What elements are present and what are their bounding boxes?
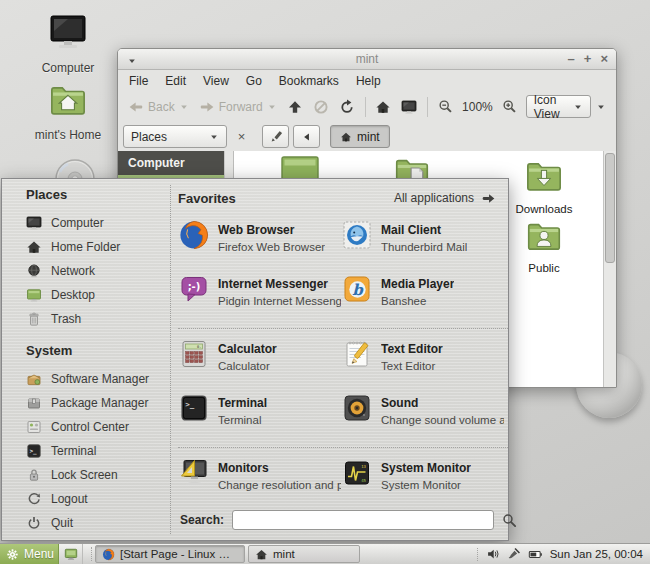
- menu-help[interactable]: Help: [356, 74, 381, 88]
- desktop-icon-computer[interactable]: Computer: [26, 13, 110, 75]
- favorites-group-separator: [178, 328, 508, 329]
- downloads-folder-icon: [525, 158, 563, 196]
- taskbar: Menu [Start Page - Linux Mi... mint Sun …: [0, 543, 650, 564]
- zoom-out-icon: [438, 99, 453, 114]
- file-icon-public[interactable]: Public: [506, 219, 582, 274]
- edit-location-button[interactable]: [262, 125, 289, 148]
- computer-button[interactable]: [396, 95, 422, 119]
- scrollbar-thumb[interactable]: [605, 153, 615, 263]
- view-mode-select[interactable]: Icon View: [526, 95, 591, 118]
- menu-item[interactable]: >_ Terminal: [26, 439, 169, 463]
- favorite-item[interactable]: ;-) Internet Messenger Pidgin Internet M…: [178, 273, 341, 319]
- menu-item[interactable]: Package Manager: [26, 391, 169, 415]
- tasklist-handle[interactable]: [85, 547, 92, 561]
- path-button-mint[interactable]: mint: [330, 125, 390, 148]
- favorite-item-icon: ;-): [178, 273, 210, 305]
- menu-item[interactable]: Logout: [26, 487, 169, 511]
- menu-go[interactable]: Go: [246, 74, 262, 88]
- favorite-item[interactable]: Mail Client Thunderbird Mail: [341, 219, 504, 265]
- menu-column-separator: [170, 185, 171, 534]
- path-scroll-left-button[interactable]: [293, 125, 320, 148]
- sidebar-close-button[interactable]: ×: [231, 126, 252, 147]
- menu-button[interactable]: Menu: [0, 544, 59, 564]
- favorite-item[interactable]: b Media Player Banshee: [341, 273, 504, 319]
- svg-text:>_: >_: [185, 400, 195, 409]
- menu-item[interactable]: Network: [26, 259, 169, 283]
- menu-item[interactable]: Trash: [26, 307, 169, 331]
- task-button[interactable]: mint: [248, 545, 360, 563]
- brush-icon[interactable]: [507, 547, 521, 561]
- favorite-item[interactable]: Monitors Change resolution and p...: [178, 457, 341, 503]
- search-icon[interactable]: [502, 513, 517, 528]
- maximize-button[interactable]: +: [584, 51, 592, 67]
- menu-bookmarks[interactable]: Bookmarks: [279, 74, 339, 88]
- zoom-in-icon: [502, 99, 517, 114]
- favorite-item-subtitle: Pidgin Internet Messenger: [218, 295, 341, 307]
- menu-item[interactable]: Quit: [26, 511, 169, 535]
- favorite-item-subtitle: Change sound volume an...: [381, 414, 504, 426]
- task-button[interactable]: [Start Page - Linux Mi...: [95, 545, 245, 563]
- sidebar-mode-select[interactable]: Places: [123, 125, 227, 148]
- volume-icon[interactable]: [486, 547, 500, 561]
- menu-view[interactable]: View: [203, 74, 229, 88]
- close-button[interactable]: ×: [600, 51, 608, 67]
- favorite-item-title: Web Browser: [218, 223, 325, 237]
- toolbar-overflow-button[interactable]: [591, 95, 611, 119]
- menu-item[interactable]: Home Folder: [26, 235, 169, 259]
- file-icon-downloads[interactable]: Downloads: [504, 158, 584, 215]
- mint-menu: Places Computer Home Folder Network Desk…: [1, 178, 509, 541]
- menu-edit[interactable]: Edit: [165, 74, 186, 88]
- stop-button[interactable]: [308, 95, 334, 119]
- menu-item-label: Computer: [51, 216, 104, 230]
- zoom-in-button[interactable]: [497, 95, 522, 119]
- favorite-item-title: Calculator: [218, 342, 277, 356]
- search-input[interactable]: [232, 510, 494, 530]
- menu-item[interactable]: Desktop: [26, 283, 169, 307]
- favorite-item[interactable]: Web Browser Firefox Web Browser: [178, 219, 341, 265]
- menu-item-label: Home Folder: [51, 240, 120, 254]
- favorite-item[interactable]: Text Editor Text Editor: [341, 338, 504, 384]
- arrow-right-icon: [481, 191, 496, 206]
- svg-text:b: b: [352, 281, 364, 299]
- desktop-icon-mints-home[interactable]: mint's Home: [26, 82, 110, 142]
- home-folder-icon: [49, 82, 87, 120]
- system-section-title: System: [26, 343, 169, 361]
- battery-icon[interactable]: [528, 547, 543, 562]
- show-desktop-button[interactable]: [59, 544, 83, 564]
- favorite-item-subtitle: Text Editor: [381, 360, 443, 372]
- menu-item-icon: >_: [26, 443, 42, 459]
- favorite-item[interactable]: 1345 System Monitor System Monitor: [341, 457, 504, 503]
- content-scrollbar[interactable]: [603, 151, 616, 387]
- clock[interactable]: Sun Jan 25, 00:04: [550, 548, 643, 560]
- menu-item-label: Terminal: [51, 444, 96, 458]
- menu-file[interactable]: File: [129, 74, 148, 88]
- all-applications-button[interactable]: All applications: [394, 191, 500, 206]
- public-folder-icon: [526, 219, 562, 255]
- favorite-item-icon: 0.: [178, 338, 210, 370]
- menu-item[interactable]: Computer: [26, 211, 169, 235]
- favorite-item[interactable]: Sound Change sound volume an...: [341, 392, 504, 438]
- minimize-button[interactable]: –: [568, 51, 575, 67]
- menu-item-label: Control Center: [51, 420, 129, 434]
- favorite-item[interactable]: 0. Calculator Calculator: [178, 338, 341, 384]
- favorite-item-icon: [341, 392, 373, 424]
- up-button[interactable]: [282, 95, 308, 119]
- favorite-item-title: Text Editor: [381, 342, 443, 356]
- menu-item[interactable]: Lock Screen: [26, 463, 169, 487]
- reload-button[interactable]: [334, 95, 360, 119]
- zoom-out-button[interactable]: [433, 95, 458, 119]
- svg-text:13: 13: [361, 464, 366, 469]
- favorite-item[interactable]: >_ Terminal Terminal: [178, 392, 341, 438]
- pencil-icon: [269, 130, 283, 144]
- menu-item-icon: [26, 215, 42, 231]
- menu-item[interactable]: Software Manager: [26, 367, 169, 391]
- task-icon: [102, 548, 115, 561]
- menu-item[interactable]: Control Center: [26, 415, 169, 439]
- menu-item-icon: [26, 395, 42, 411]
- back-button[interactable]: Back: [123, 95, 194, 119]
- sidebar-item-computer[interactable]: Computer: [118, 151, 233, 175]
- titlebar[interactable]: mint – + ×: [118, 49, 616, 70]
- home-button[interactable]: [370, 95, 396, 119]
- forward-button[interactable]: Forward: [194, 95, 282, 119]
- favorite-item-icon: >_: [178, 392, 210, 424]
